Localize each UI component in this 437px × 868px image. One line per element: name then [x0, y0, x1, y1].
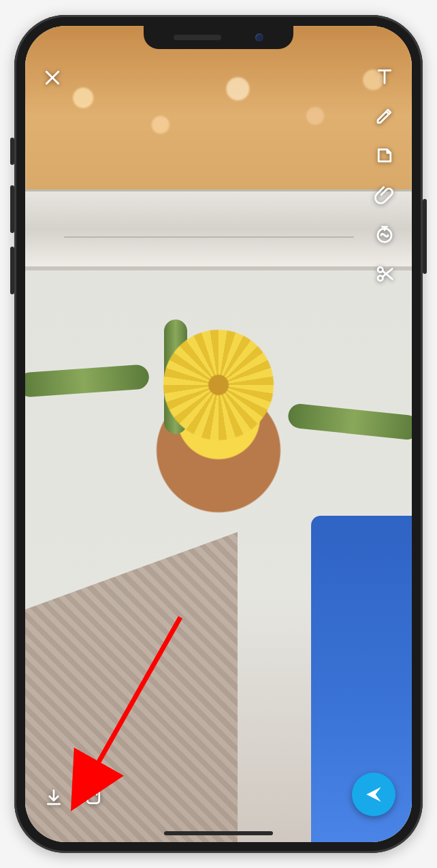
attach-tool-button[interactable]: [372, 183, 397, 207]
sticker-icon: [374, 145, 395, 166]
front-camera: [255, 33, 263, 42]
annotation-arrow: [78, 610, 194, 788]
draw-tool-button[interactable]: [372, 104, 397, 128]
bottom-toolbar: [42, 785, 106, 809]
text-tool-button[interactable]: [372, 64, 397, 89]
phone-frame: [14, 15, 423, 853]
volume-down-button: [10, 247, 14, 294]
add-story-icon: [83, 787, 103, 807]
close-icon: [42, 67, 63, 88]
timer-tool-button[interactable]: [372, 222, 397, 247]
crop-tool-button[interactable]: [372, 262, 397, 286]
speaker: [174, 35, 221, 40]
download-icon: [44, 787, 64, 807]
save-button[interactable]: [42, 785, 66, 809]
svg-line-4: [92, 617, 180, 774]
mute-switch: [10, 138, 14, 165]
volume-up-button: [10, 185, 14, 233]
send-icon: [363, 784, 385, 805]
screen: [25, 26, 412, 842]
close-button[interactable]: [40, 65, 65, 90]
home-indicator: [164, 831, 273, 835]
scissors-icon: [374, 264, 395, 284]
notch: [144, 26, 293, 49]
snap-edit-ui: [25, 26, 412, 842]
paperclip-icon: [374, 185, 395, 205]
power-button: [423, 199, 427, 274]
add-story-button[interactable]: [81, 785, 106, 809]
pencil-icon: [374, 106, 395, 126]
right-toolbar: [372, 64, 397, 286]
sticker-tool-button[interactable]: [372, 143, 397, 168]
send-button[interactable]: [352, 773, 395, 816]
text-icon: [374, 66, 395, 87]
timer-icon: [374, 224, 395, 245]
